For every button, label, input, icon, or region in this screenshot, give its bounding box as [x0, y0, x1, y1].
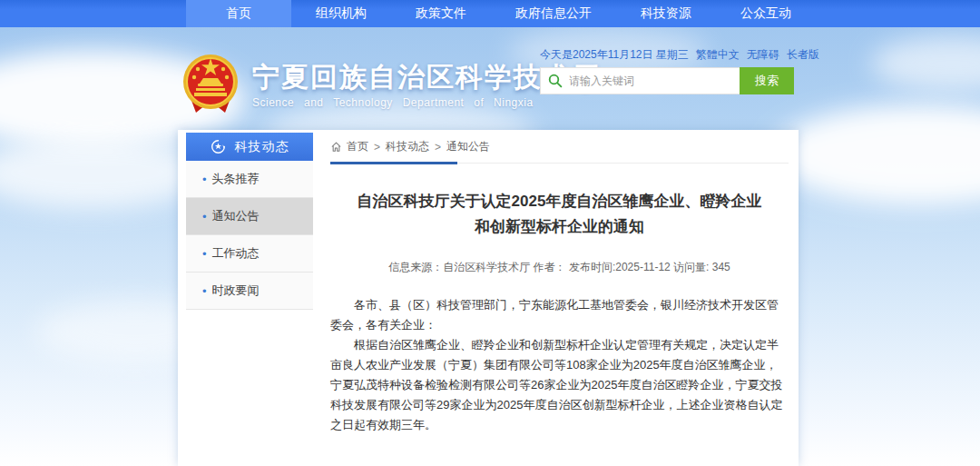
search-button[interactable]: 搜索: [740, 67, 794, 94]
sidebar-item-work-updates[interactable]: • 工作动态: [186, 235, 313, 273]
nav-item-public-interaction[interactable]: 公众互动: [716, 0, 816, 27]
sidebar-header-label: 科技动态: [235, 139, 289, 155]
site-logo[interactable]: 宁夏回族自治区科学技术厅 Science and Technology Depa…: [181, 53, 601, 118]
breadcrumb-notices[interactable]: 通知公告: [446, 139, 490, 154]
sidebar-item-label: 工作动态: [212, 245, 260, 262]
nav-menu: 首页 组织机构 政策文件 政府信息公开 科技资源 公众互动: [186, 0, 816, 27]
article-title-line1: 自治区科技厅关于认定2025年度自治区雏鹰企业、瞪羚企业: [330, 189, 789, 214]
search-input[interactable]: [569, 74, 732, 87]
main-content-card: 科技动态 • 头条推荐 • 通知公告 • 工作动态 • 时政要闻 首页 > 科技…: [178, 130, 799, 466]
search-bar: 搜索: [540, 67, 794, 94]
top-navigation-bar: 首页 组织机构 政策文件 政府信息公开 科技资源 公众互动: [0, 0, 980, 27]
article-meta: 信息来源：自治区科学技术厅 作者： 发布时间:2025-11-12 访问量: 3…: [330, 260, 789, 275]
article-body: 各市、县（区）科技管理部门，宁东能源化工基地管委会，银川经济技术开发区管委会，各…: [330, 295, 789, 435]
sidebar-item-label: 头条推荐: [212, 171, 260, 187]
sidebar-item-headline-recommend[interactable]: • 头条推荐: [186, 161, 313, 198]
nav-item-organization[interactable]: 组织机构: [291, 0, 391, 27]
nav-item-sci-tech-resources[interactable]: 科技资源: [616, 0, 716, 27]
bullet-dot: •: [202, 247, 207, 261]
article-area: 首页 > 科技动态 > 通知公告 自治区科技厅关于认定2025年度自治区雏鹰企业…: [330, 139, 789, 466]
breadcrumb-sci-tech-news[interactable]: 科技动态: [386, 139, 429, 154]
article-title: 自治区科技厅关于认定2025年度自治区雏鹰企业、瞪羚企业 和创新型标杆企业的通知: [330, 189, 789, 240]
nav-item-home[interactable]: 首页: [186, 0, 291, 27]
breadcrumb-separator: >: [435, 141, 441, 154]
nav-item-gov-info-disclosure[interactable]: 政府信息公开: [491, 0, 616, 27]
sidebar-item-current-politics[interactable]: • 时政要闻: [186, 273, 313, 310]
traditional-chinese-link[interactable]: 繁體中文: [696, 48, 740, 61]
accessibility-link[interactable]: 无障碍: [747, 48, 779, 61]
nav-item-policy-documents[interactable]: 政策文件: [391, 0, 491, 27]
sidebar-item-label: 通知公告: [212, 208, 260, 224]
search-icon: [548, 74, 563, 88]
article-title-line2: 和创新型标杆企业的通知: [330, 214, 789, 240]
bullet-dot: •: [202, 210, 207, 223]
header-links: 繁體中文无障碍长者版: [689, 47, 819, 63]
breadcrumb-separator: >: [374, 141, 380, 154]
sidebar: 科技动态 • 头条推荐 • 通知公告 • 工作动态 • 时政要闻: [186, 133, 313, 310]
header-utility-row: 今天是2025年11月12日 星期三 繁體中文无障碍长者版: [540, 47, 794, 63]
search-input-wrapper: [540, 67, 740, 94]
site-header: 宁夏回族自治区科学技术厅 Science and Technology Depa…: [0, 27, 980, 130]
breadcrumb: 首页 > 科技动态 > 通知公告: [330, 139, 789, 164]
home-icon: [330, 141, 342, 153]
sidebar-item-notices[interactable]: • 通知公告: [186, 198, 313, 235]
breadcrumb-home[interactable]: 首页: [347, 139, 368, 154]
sidebar-item-label: 时政要闻: [212, 283, 260, 299]
sidebar-header: 科技动态: [186, 133, 313, 161]
site-title-english: Science and Technology Department of Nin…: [252, 96, 601, 109]
current-date-text: 今天是2025年11月12日 星期三: [540, 47, 689, 63]
article-paragraph: 各市、县（区）科技管理部门，宁东能源化工基地管委会，银川经济技术开发区管委会，各…: [330, 295, 789, 335]
national-emblem-icon: [181, 53, 240, 118]
article-paragraph: 根据自治区雏鹰企业、瞪羚企业和创新型标杆企业认定管理有关规定，决定认定半亩良人农…: [330, 335, 789, 435]
elder-version-link[interactable]: 长者版: [787, 48, 819, 61]
sci-tech-news-icon: [211, 139, 226, 154]
bullet-dot: •: [202, 284, 207, 298]
bullet-dot: •: [202, 173, 207, 186]
